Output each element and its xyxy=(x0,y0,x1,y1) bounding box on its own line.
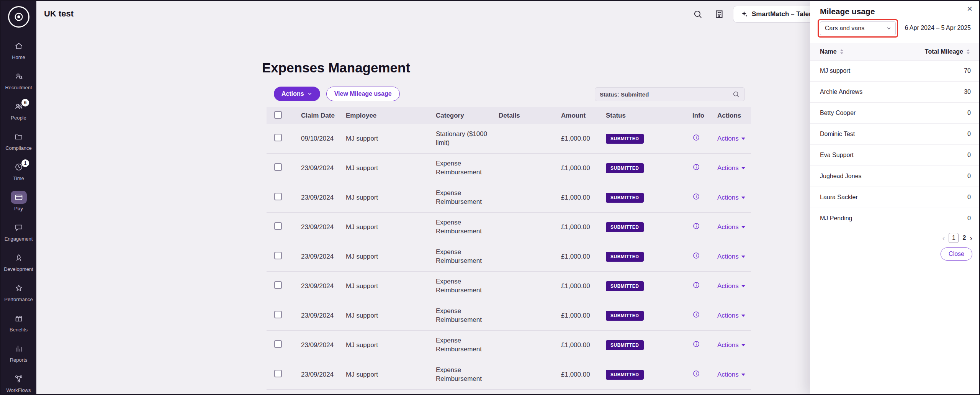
row-actions-dropdown[interactable]: Actions xyxy=(717,193,746,202)
filter-search-icon[interactable] xyxy=(732,90,740,98)
amount-cell: £1,000.00 xyxy=(557,242,602,272)
sparkle-icon xyxy=(740,10,748,18)
employee-cell: MJ support xyxy=(342,331,432,360)
row-checkbox[interactable] xyxy=(274,281,282,289)
sort-icon[interactable] xyxy=(965,49,971,55)
select-all-checkbox[interactable] xyxy=(274,111,282,119)
mileage-name: MJ Pending xyxy=(820,215,852,222)
row-actions-dropdown[interactable]: Actions xyxy=(717,311,746,320)
pagination-page-2[interactable]: 2 xyxy=(962,234,966,241)
vehicle-type-value: Cars and vans xyxy=(825,25,864,32)
chevron-down-icon xyxy=(886,26,892,31)
pagination-next-icon[interactable]: › xyxy=(970,234,972,243)
info-cell xyxy=(689,213,713,242)
actions-cell: Actions xyxy=(713,213,751,242)
info-cell xyxy=(689,154,713,183)
vehicle-type-select[interactable]: Cars and vans xyxy=(820,21,896,35)
row-checkbox[interactable] xyxy=(274,340,282,348)
row-actions-dropdown[interactable]: Actions xyxy=(717,282,746,291)
sidebar-item-development[interactable]: Development xyxy=(1,246,36,277)
sidebar-item-pay[interactable]: Pay xyxy=(1,186,36,216)
amount-cell: £1,000.00 xyxy=(557,301,602,331)
row-actions-dropdown[interactable]: Actions xyxy=(717,341,746,350)
row-checkbox[interactable] xyxy=(274,222,282,230)
row-actions-dropdown[interactable]: Actions xyxy=(717,252,746,261)
sidebar-item-time[interactable]: Time 1 xyxy=(1,156,36,186)
sidebar-item-label: Home xyxy=(12,54,25,60)
row-actions-dropdown[interactable]: Actions xyxy=(717,370,746,379)
row-checkbox[interactable] xyxy=(274,370,282,377)
info-icon[interactable] xyxy=(692,370,700,377)
status-cell: SUBMITTED xyxy=(602,154,689,183)
row-checkbox-cell xyxy=(267,331,297,360)
performance-icon xyxy=(11,282,27,295)
info-icon[interactable] xyxy=(692,252,700,259)
sort-icon[interactable] xyxy=(839,49,844,55)
row-checkbox-cell xyxy=(267,301,297,331)
actions-cell: Actions xyxy=(713,360,751,390)
info-icon[interactable] xyxy=(692,281,700,289)
caret-down-icon xyxy=(741,314,746,317)
app-logo[interactable] xyxy=(8,6,29,28)
employee-cell: MJ support xyxy=(342,301,432,331)
view-mileage-usage-button[interactable]: View Mileage usage xyxy=(326,87,400,101)
row-actions-dropdown[interactable]: Actions xyxy=(717,223,746,232)
status-filter-bar[interactable]: Status: Submitted xyxy=(595,87,745,101)
mileage-total: 0 xyxy=(967,131,971,138)
row-checkbox[interactable] xyxy=(274,163,282,171)
info-icon[interactable] xyxy=(692,222,700,230)
sidebar-item-home[interactable]: Home xyxy=(1,34,36,65)
expense-row: 23/09/2024MJ supportExpense Reimbursemen… xyxy=(267,183,751,213)
status-badge: SUBMITTED xyxy=(606,281,644,291)
sidebar-item-label: Time xyxy=(13,175,24,181)
panel-close-button[interactable]: Close xyxy=(941,247,972,261)
organisation-icon[interactable] xyxy=(712,7,727,22)
reports-icon xyxy=(11,342,27,355)
page-title: Expenses Management xyxy=(262,60,410,75)
sidebar-item-performance[interactable]: Performance xyxy=(1,277,36,307)
amount-cell: £1,000.00 xyxy=(557,213,602,242)
sidebar-item-people[interactable]: People 6 xyxy=(1,95,36,125)
close-icon[interactable]: × xyxy=(964,3,975,15)
info-icon[interactable] xyxy=(692,340,700,348)
sidebar-item-label: Engagement xyxy=(5,236,33,242)
recruitment-icon xyxy=(11,70,27,83)
mileage-total: 30 xyxy=(964,89,971,95)
category-cell: Expense Reimbursement xyxy=(432,360,495,390)
mileage-table-header: Name Total Mileage xyxy=(810,43,980,61)
sidebar-item-reports[interactable]: Reports xyxy=(1,337,36,367)
row-checkbox[interactable] xyxy=(274,252,282,259)
row-checkbox[interactable] xyxy=(274,134,282,141)
sidebar-item-label: Reports xyxy=(10,357,28,363)
row-checkbox[interactable] xyxy=(274,311,282,318)
info-icon[interactable] xyxy=(692,193,700,200)
actions-dropdown-button[interactable]: Actions xyxy=(274,87,320,101)
search-icon[interactable] xyxy=(690,7,705,22)
caret-down-icon xyxy=(741,137,746,140)
pagination-prev-icon[interactable]: ‹ xyxy=(942,234,945,243)
sidebar-item-workflows[interactable]: WorkFlows xyxy=(1,367,36,395)
mileage-row: Archie Andrews30 xyxy=(810,82,980,103)
status-cell: SUBMITTED xyxy=(602,331,689,360)
mileage-name-header: Name xyxy=(820,48,837,55)
info-icon[interactable] xyxy=(692,163,700,171)
mileage-total: 0 xyxy=(967,194,971,201)
row-actions-label: Actions xyxy=(717,223,739,232)
sidebar-item-compliance[interactable]: Compliance xyxy=(1,125,36,156)
workflows-icon xyxy=(11,372,27,385)
status-badge: SUBMITTED xyxy=(606,252,644,262)
info-icon[interactable] xyxy=(692,311,700,318)
sidebar-item-benefits[interactable]: Benefits xyxy=(1,307,36,337)
row-checkbox[interactable] xyxy=(274,193,282,200)
amount-cell: £1,000.00 xyxy=(557,360,602,390)
category-cell: Expense Reimbursement xyxy=(432,213,495,242)
actions-dropdown-label: Actions xyxy=(281,90,304,97)
row-actions-dropdown[interactable]: Actions xyxy=(717,164,746,173)
row-actions-dropdown[interactable]: Actions xyxy=(717,134,746,143)
info-icon[interactable] xyxy=(692,134,700,141)
pagination-page-1[interactable]: 1 xyxy=(949,233,959,243)
sidebar-item-recruitment[interactable]: Recruitment xyxy=(1,65,36,95)
sidebar-item-engagement[interactable]: Engagement xyxy=(1,216,36,246)
status-cell: SUBMITTED xyxy=(602,124,689,154)
category-cell: Stationary ($1000 limit) xyxy=(432,124,495,154)
